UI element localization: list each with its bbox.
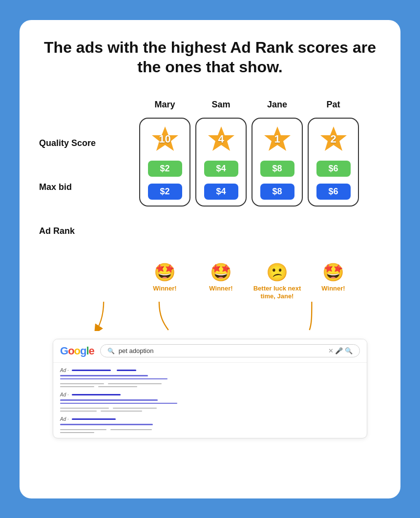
rank-badge-sam: $4 — [204, 184, 238, 200]
bid-badge-pat: $6 — [316, 161, 351, 177]
ad-label-2: Ad · — [60, 392, 69, 397]
bid-badge-jane: $8 — [260, 161, 294, 177]
star-mary: 10 — [150, 124, 180, 154]
col-inner-jane: 1 $8 $8 — [252, 118, 303, 207]
winner-text-mary: Winner! — [153, 285, 176, 293]
star-jane: 1 — [263, 124, 292, 154]
main-card: The ads with the highest Ad Rank scores … — [20, 20, 400, 498]
google-logo: Google — [60, 345, 94, 357]
quality-score-label: Quality Score — [39, 122, 112, 166]
ad-subtitle-3 — [60, 424, 153, 425]
rank-badge-pat: $6 — [316, 184, 351, 200]
row-labels: Quality Score Max bid Ad Rank — [39, 92, 117, 253]
col-inner-pat: 2 $6 $6 — [308, 118, 359, 207]
winner-text-sam: Winner! — [209, 285, 232, 293]
winner-jane: 😕 Better luck next time, Jane! — [252, 262, 303, 301]
rank-badge-mary: $2 — [148, 184, 182, 200]
bid-badge-mary: $2 — [148, 161, 182, 177]
comparison-grid: Quality Score Max bid Ad Rank Mary 10 $2… — [39, 92, 381, 253]
ad-subtitle-2b — [60, 403, 177, 404]
arrows-svg — [53, 302, 367, 331]
col-header-jane: Jane — [267, 92, 287, 118]
google-results: Ad · Ad · — [53, 363, 367, 438]
ad-body-line-1 — [60, 383, 104, 384]
google-mockup: Google 🔍 pet adoption ✕ 🎤 🔍 Ad · — [53, 339, 367, 438]
page-title: The ads with the highest Ad Rank scores … — [39, 38, 381, 77]
winner-emoji-pat: 🤩 — [322, 262, 344, 283]
ad-body-line-1b — [108, 383, 162, 384]
winner-emoji-mary: 🤩 — [154, 262, 176, 283]
winner-pat: 🤩 Winner! — [308, 262, 359, 301]
ad-line-1b — [117, 370, 136, 371]
winner-emoji-jane: 😕 — [266, 262, 288, 283]
ad-body-line-3c — [60, 432, 94, 433]
ad-subtitle-2 — [60, 399, 158, 401]
winner-text-pat: Winner! — [321, 285, 345, 293]
search-icon: 🔍 — [107, 348, 115, 354]
ad-body-line-2b — [113, 408, 157, 409]
max-bid-label: Max bid — [39, 166, 112, 209]
column-pat: Pat 2 $6 $6 — [308, 92, 359, 253]
col-header-mary: Mary — [154, 92, 175, 118]
ad-body-line-1c — [60, 386, 94, 387]
bid-badge-sam: $4 — [204, 161, 238, 177]
ad-body-line-1d — [98, 386, 137, 387]
ad-subtitle-1b — [60, 378, 168, 380]
column-mary: Mary 10 $2 $2 — [139, 92, 190, 253]
column-sam: Sam 4 $4 $4 — [195, 92, 247, 253]
search-clear-icon: ✕ 🎤 🔍 — [328, 347, 353, 354]
google-search-bar: Google 🔍 pet adoption ✕ 🎤 🔍 — [53, 339, 367, 363]
col-inner-sam: 4 $4 $4 — [195, 118, 247, 207]
star-sam: 4 — [207, 124, 236, 154]
winners-row: 🤩 Winner! 🤩 Winner! 😕 Better luck next t… — [39, 262, 381, 301]
ad-result-2: Ad · — [60, 392, 360, 412]
winner-text-jane: Better luck next time, Jane! — [252, 285, 303, 301]
star-number-sam: 4 — [218, 133, 224, 145]
ad-line-1 — [72, 370, 111, 371]
col-header-sam: Sam — [211, 92, 230, 118]
star-pat: 2 — [319, 124, 348, 154]
winner-mary: 🤩 Winner! — [139, 262, 190, 301]
star-number-mary: 10 — [159, 133, 170, 145]
ad-result-3: Ad · — [60, 416, 360, 433]
winner-sam: 🤩 Winner! — [195, 262, 247, 301]
ad-rank-label: Ad Rank — [39, 209, 112, 253]
rank-badge-jane: $8 — [260, 184, 294, 200]
col-header-pat: Pat — [326, 92, 340, 118]
ad-body-line-2d — [101, 411, 142, 412]
star-number-jane: 1 — [274, 133, 280, 145]
ad-body-line-2 — [60, 408, 109, 409]
ad-line-2 — [72, 394, 121, 395]
ad-label-1: Ad · — [60, 368, 69, 373]
ad-result-1: Ad · — [60, 368, 360, 387]
arrows-container — [53, 302, 367, 331]
ad-body-line-3 — [60, 429, 106, 430]
ad-label-3: Ad · — [60, 416, 69, 422]
columns-area: Mary 10 $2 $2 Sam — [117, 92, 381, 253]
ad-line-3 — [72, 418, 116, 420]
ad-body-line-3b — [110, 429, 152, 430]
ad-body-line-2c — [60, 411, 97, 412]
col-inner-mary: 10 $2 $2 — [139, 118, 190, 207]
ad-subtitle-1 — [60, 375, 148, 376]
star-number-pat: 2 — [330, 133, 336, 145]
search-query: pet adoption — [119, 347, 324, 354]
winner-emoji-sam: 🤩 — [210, 262, 232, 283]
column-jane: Jane 1 $8 $8 — [252, 92, 303, 253]
search-box: 🔍 pet adoption ✕ 🎤 🔍 — [100, 344, 360, 357]
